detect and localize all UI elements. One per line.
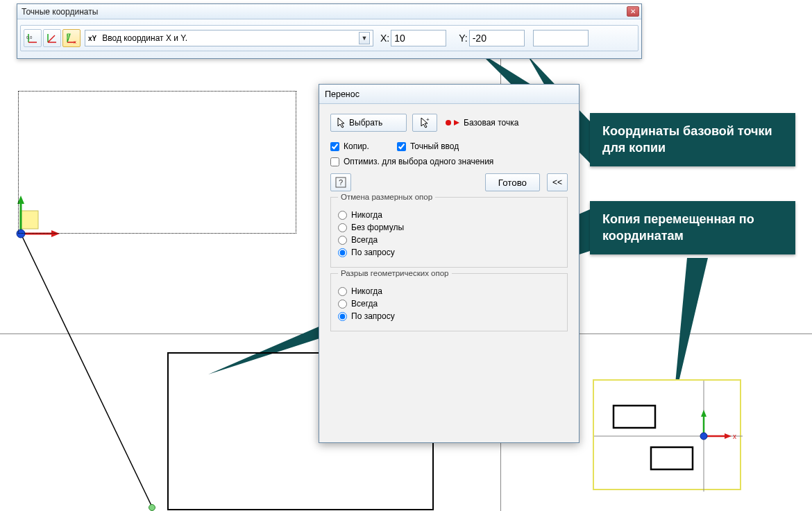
- radio-never-2[interactable]: Никогда: [338, 286, 560, 296]
- coord-mode-icon-3[interactable]: YX: [62, 29, 81, 47]
- copy-checkbox[interactable]: [330, 142, 339, 151]
- svg-marker-16: [701, 410, 707, 417]
- dimension-cancel-group: Отмена размерных опор Никогда Без формул…: [330, 197, 568, 268]
- svg-line-26: [48, 35, 55, 42]
- base-point-label: Базовая точка: [464, 118, 518, 128]
- svg-point-20: [700, 433, 707, 440]
- callout-base-point: Координаты базовой точки для копии: [590, 113, 795, 166]
- y-input[interactable]: [469, 30, 525, 46]
- red-arrow-icon: [454, 120, 459, 125]
- svg-text:X: X: [74, 40, 76, 44]
- move-dialog: Перенос Выбрать + Базовая точка: [319, 84, 580, 443]
- select-button-label: Выбрать: [349, 118, 382, 128]
- svg-rect-13: [614, 406, 655, 428]
- cursor-icon: [337, 117, 346, 128]
- optimize-checkbox-label: Оптимиз. для выбора одного значения: [344, 157, 493, 166]
- pick-point-button[interactable]: +: [412, 114, 437, 132]
- collapse-button[interactable]: <<: [547, 173, 568, 191]
- svg-text:0,0: 0,0: [26, 35, 33, 40]
- radio-always-2[interactable]: Всегда: [338, 299, 560, 309]
- optimize-checkbox-row[interactable]: Оптимиз. для выбора одного значения: [330, 157, 568, 166]
- red-dot-icon: [446, 120, 451, 125]
- preview-panel: x: [593, 379, 741, 490]
- geometry-break-group: Разрыв геометрических опор Никогда Всегд…: [330, 273, 568, 331]
- coord-mode-dropdown[interactable]: xY Ввод координат X и Y. ▼: [85, 30, 373, 46]
- radio-never-1[interactable]: Никогда: [338, 210, 560, 220]
- move-dialog-titlebar[interactable]: Перенос: [319, 85, 579, 104]
- base-point-indicator: Базовая точка: [446, 118, 518, 128]
- x-input[interactable]: [391, 30, 446, 46]
- radio-onrequest-1[interactable]: По запросу: [338, 248, 560, 257]
- cursor-plus-icon: +: [420, 117, 430, 128]
- done-button[interactable]: Готово: [485, 173, 540, 191]
- coord-mode-icon-1[interactable]: 0,0: [24, 29, 42, 47]
- handle-dot[interactable]: [149, 504, 155, 511]
- y-label: Y:: [459, 33, 467, 44]
- coordinates-titlebar[interactable]: Точные координаты ✕: [17, 4, 641, 19]
- copy-checkbox-label: Копир.: [344, 141, 369, 151]
- spare-input[interactable]: [533, 30, 589, 46]
- coordinates-title: Точные координаты: [22, 7, 98, 17]
- coord-mode-icon-2[interactable]: [43, 29, 61, 47]
- close-icon[interactable]: ✕: [627, 6, 639, 17]
- precise-checkbox[interactable]: [397, 142, 406, 151]
- precise-checkbox-row[interactable]: Точный ввод: [397, 141, 459, 151]
- svg-text:+: +: [426, 117, 430, 123]
- svg-line-0: [21, 234, 153, 508]
- svg-text:x: x: [733, 433, 736, 440]
- geometry-break-legend: Разрыв геометрических опор: [338, 269, 452, 277]
- svg-text:?: ?: [339, 178, 343, 187]
- chevron-down-icon[interactable]: ▼: [359, 32, 370, 44]
- coordinates-toolbar-window: Точные координаты ✕ 0,0 YX xY Ввод коорд…: [17, 3, 642, 59]
- radio-noformula[interactable]: Без формулы: [338, 223, 560, 232]
- copy-checkbox-row[interactable]: Копир.: [330, 141, 369, 151]
- svg-text:Y: Y: [67, 34, 69, 38]
- selection-rectangle-dotted: [18, 91, 296, 234]
- xy-prefix-icon: xY: [88, 35, 96, 42]
- svg-rect-14: [651, 447, 693, 469]
- dimension-cancel-legend: Отмена размерных опор: [338, 193, 435, 201]
- callout-copy-moved: Копия перемещенная по координатам: [590, 201, 795, 254]
- help-icon: ?: [335, 177, 346, 188]
- x-label: X:: [380, 33, 389, 44]
- help-button[interactable]: ?: [330, 173, 351, 191]
- radio-onrequest-2[interactable]: По запросу: [338, 311, 560, 321]
- select-button[interactable]: Выбрать: [330, 114, 407, 132]
- precise-checkbox-label: Точный ввод: [410, 141, 459, 151]
- coord-mode-dropdown-text: Ввод координат X и Y.: [102, 33, 187, 43]
- svg-marker-18: [725, 433, 731, 439]
- optimize-checkbox[interactable]: [330, 157, 339, 166]
- radio-always-1[interactable]: Всегда: [338, 235, 560, 245]
- move-dialog-title: Перенос: [325, 89, 360, 99]
